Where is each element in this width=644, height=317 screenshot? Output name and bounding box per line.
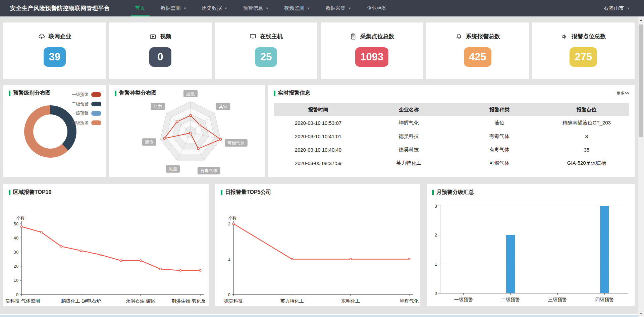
alarm-cell: 可燃气体 [455, 156, 544, 170]
alarm-cell: 3 [544, 129, 629, 143]
nav-item-6[interactable]: 企业档案 [362, 0, 391, 16]
table-row[interactable]: 2020-03-10 10:40:40德昊科技有毒气体35 [274, 143, 629, 156]
y-tick-label: 50 [14, 221, 18, 226]
panel-title-text: 预警级别分布图 [13, 90, 51, 97]
legend-swatch [91, 92, 101, 97]
alarm-cell: 2020-03-10 10:53:07 [274, 116, 363, 129]
nav-item-4[interactable]: 视频监测▼ [280, 0, 314, 16]
y-tick-label: 20 [14, 264, 18, 269]
panel-title-marker [9, 190, 10, 195]
alarm-header-cell: 报警种类 [455, 103, 544, 116]
y-tick-label: 30 [14, 250, 18, 255]
legend-label: 三级预警 [72, 111, 89, 116]
line-series [21, 226, 200, 270]
legend-swatch [91, 111, 101, 116]
x-tick-label: 坤辉气化 [399, 298, 419, 304]
panel-daily-alarm-top5: 日报警量TOP5公司 012个数德昊科技英力特化工东明化工坤辉气化 [215, 184, 420, 306]
x-tick-label: 一级预警 [454, 297, 473, 302]
dashboard: 联网企业39视频0在线主机25采集点位总数1093系统报警总数425报警点位总数… [3, 22, 635, 306]
data-point [120, 260, 122, 262]
data-point [100, 254, 102, 256]
more-link[interactable]: 更多>> [616, 91, 629, 96]
alarm-cell: 有毒气体 [455, 143, 544, 156]
stat-card-title: 视频 [160, 33, 171, 40]
stat-cards-row: 联网企业39视频0在线主机25采集点位总数1093系统报警总数425报警点位总数… [3, 22, 635, 79]
y-tick-label: 0 [435, 291, 437, 296]
y-tick-label: 40 [14, 235, 18, 241]
legend-label: 四级预警 [72, 120, 89, 126]
app-title: 安全生产风险预警防控物联网管理平台 [10, 4, 110, 12]
stat-card-title: 报警点位总数 [572, 33, 606, 40]
donut-legend: 一级预警二级预警三级预警四级预警 [72, 90, 101, 127]
panel-title-text: 告警种类分布图 [119, 90, 157, 97]
nav-item-5[interactable]: 数据采集▼ [321, 0, 356, 16]
region-selector[interactable]: 石嘴山市 ▼ [604, 5, 630, 11]
y-tick-label: 0 [228, 292, 230, 297]
nav-item-1[interactable]: 数据监测▼ [156, 0, 191, 16]
legend-item[interactable]: 一级预警 [72, 90, 101, 99]
stat-card-value: 425 [464, 47, 491, 67]
legend-item[interactable]: 二级预警 [72, 99, 101, 109]
alarm-cell: 坤辉气化 [363, 116, 455, 129]
stat-card-title: 在线主机 [260, 33, 283, 40]
panel-title-marker [221, 190, 222, 195]
nav-item-2[interactable]: 历史数据▼ [197, 0, 232, 16]
bottom-row: 区域报警TOP10 01020304050个数昊科技-气体监测鹏盛化工-1#电石… [3, 184, 635, 306]
stat-card-value: 25 [255, 47, 277, 67]
bar [506, 235, 515, 293]
table-row[interactable]: 2020-03-10 10:41:01德昊科技有毒气体3 [274, 129, 629, 143]
nav-item-3[interactable]: 预警信息▼ [238, 0, 273, 16]
radar-point [199, 124, 201, 126]
nav-item-0[interactable]: 首页 [131, 0, 150, 16]
panel-title: 告警种类分布图 [115, 90, 157, 97]
scroll-up-button[interactable]: ▲ [638, 16, 644, 23]
table-row[interactable]: 2020-03-10 10:53:07坤辉气化液位精醇南罐液位GT_203 [274, 116, 629, 129]
chevron-down-icon: ▼ [265, 7, 269, 10]
chevron-down-icon: ▼ [183, 7, 187, 10]
region-alarm-top10-chart: 01020304050个数昊科技-气体监测鹏盛化工-1#电石炉永润石油-罐区荆洪… [3, 184, 209, 306]
y-axis-title: 个数 [228, 216, 237, 221]
data-point [80, 250, 82, 252]
stat-card-value: 1093 [355, 47, 388, 67]
stat-card-title: 采集点位总数 [360, 33, 394, 40]
y-tick-label: 2 [435, 232, 437, 237]
x-tick-label: 东明化工 [341, 298, 360, 304]
legend-item[interactable]: 三级预警 [72, 109, 101, 118]
video-icon [149, 33, 157, 40]
x-tick-label: 英力特化工 [280, 298, 304, 304]
x-tick-label: 二级预警 [501, 297, 520, 302]
scroll-down-button[interactable]: ▼ [638, 310, 644, 317]
nav-item-label: 视频监测 [284, 5, 304, 11]
stat-card-1: 视频0 [109, 22, 211, 79]
alarm-cell: 精醇南罐液位GT_203 [544, 116, 629, 129]
chevron-down-icon: ▼ [348, 7, 352, 10]
panel-title-marker [432, 190, 434, 195]
alarm-type-radar-chart: 温度其它可燃气体有毒气体流量液位压力 [109, 85, 265, 177]
alarm-cell: 有毒气体 [455, 129, 544, 143]
scrollbar-thumb[interactable] [639, 24, 643, 137]
panel-title: 月预警分级汇总 [432, 189, 474, 196]
radar-point [197, 148, 199, 150]
alarm-cell: 德昊科技 [363, 129, 455, 143]
alarm-cell: 英力特化工 [363, 156, 455, 170]
x-tick-label: 鹏盛化工-1#电石炉 [61, 298, 101, 304]
alarm-cell: 35 [544, 143, 629, 156]
nav-item-label: 首页 [135, 5, 145, 11]
scrollbar[interactable]: ▲ ▼ [638, 16, 644, 317]
y-tick-label: 1 [228, 257, 230, 262]
alarm-header-cell: 报警时间 [274, 103, 363, 116]
legend-item[interactable]: 四级预警 [72, 118, 101, 127]
alarm-header-cell: 报警点位 [544, 103, 629, 116]
data-point [291, 258, 293, 260]
legend-swatch [91, 120, 101, 125]
nav-item-label: 预警信息 [243, 5, 263, 11]
region-label: 石嘴山市 [604, 5, 624, 11]
stat-card-2: 在线主机25 [215, 22, 317, 79]
cloud-upload-icon [38, 33, 45, 40]
nav-item-label: 数据采集 [325, 5, 345, 11]
radar-point [190, 114, 192, 116]
stat-card-0: 联网企业39 [3, 22, 106, 79]
radar-point [176, 121, 178, 123]
table-row[interactable]: 2020-03-05 08:37:59英力特化工可燃气体GIA-520单体贮槽 [274, 156, 629, 170]
radar-axis-label: 可燃气体 [227, 141, 245, 146]
